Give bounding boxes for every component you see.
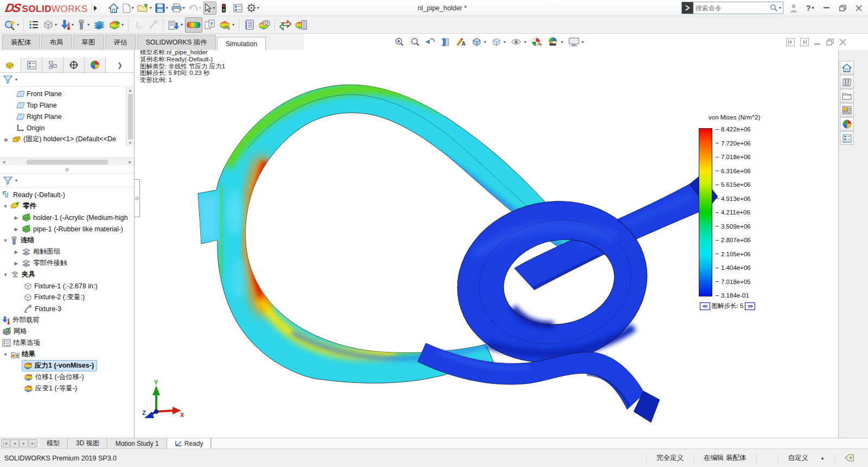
sim-item-fixture3[interactable]: Fixture-3 [0, 303, 134, 314]
search-input[interactable] [693, 4, 770, 12]
loads-advisor-button[interactable]: ▾ [59, 17, 75, 33]
tree-item-holder-component[interactable]: ▶ (固定) holder<1> (Default<<De [0, 134, 134, 145]
run-study-dropdown[interactable]: ▾ [122, 22, 124, 27]
scroll-thumb[interactable] [27, 160, 108, 165]
tree-item-origin[interactable]: Origin [0, 122, 134, 134]
doc-minimize-icon[interactable] [814, 39, 821, 45]
save-dropdown-arrow[interactable]: ▾ [166, 5, 168, 10]
expander-icon[interactable]: ▶ [3, 137, 10, 142]
selected-result-row[interactable]: σ 应力1 (-vonMises-) [22, 360, 97, 371]
annotation-view-button[interactable]: A [455, 36, 467, 48]
save-button[interactable]: ▾ [154, 2, 169, 15]
search-box[interactable]: ▾ [681, 2, 783, 14]
edit-appearance-button[interactable] [531, 36, 544, 48]
expander-icon[interactable]: ▶ [13, 215, 20, 220]
sim-item-contact-sets[interactable]: ▶ 相触面组 [0, 246, 134, 257]
settings-button[interactable]: ▾ [246, 2, 260, 15]
section-view-button[interactable] [439, 36, 451, 48]
help-button[interactable]: ?▾ [804, 3, 816, 14]
first-tab-icon[interactable]: |◄ [1, 439, 10, 447]
taskpane-home-button[interactable] [840, 61, 854, 74]
doc-close-icon[interactable] [839, 39, 846, 46]
feature-tree-vscrollbar[interactable]: ▲▼ [126, 87, 134, 147]
run-study-button[interactable]: ▾ [107, 17, 125, 33]
taskpane-design-library-button[interactable] [840, 75, 854, 89]
new-document-button[interactable]: ▾ [122, 2, 135, 15]
expander-icon[interactable]: ▶ [13, 226, 20, 232]
collapse-icon[interactable]: ▼ [2, 238, 9, 243]
scroll-right-icon[interactable]: ► [128, 160, 132, 165]
apply-material-button[interactable]: ▾ [41, 17, 59, 33]
view-settings-button[interactable]: ▾ [567, 36, 585, 48]
login-button[interactable] [788, 3, 800, 14]
display-style-dropdown[interactable]: ▾ [503, 40, 506, 45]
manage-results-button[interactable] [293, 17, 309, 33]
connections-advisor-dropdown[interactable]: ▾ [87, 22, 90, 27]
collapse-icon[interactable]: ▼ [2, 204, 9, 209]
zoom-fit-button[interactable] [393, 36, 405, 48]
next-tab-icon[interactable]: ► [20, 439, 28, 447]
graphics-viewport[interactable]: 模型名称:nl_pipe_holder 算例名称:Ready(-Default-… [135, 50, 838, 438]
settings-dropdown-arrow[interactable]: ▾ [257, 5, 259, 10]
results-advisor-button[interactable]: ▾ [166, 17, 184, 33]
caret-up-icon[interactable]: ▲ [820, 456, 825, 460]
doc-restore-icon[interactable] [826, 39, 834, 46]
view-settings-dropdown[interactable]: ▾ [582, 40, 584, 45]
home-button[interactable] [107, 2, 120, 15]
sim-group-external-loads[interactable]: 外部载荷 [0, 314, 134, 326]
tree-item-top-plane[interactable]: Top Plane [0, 99, 134, 111]
feature-tabs-expand-button[interactable]: ❯ [106, 58, 134, 72]
report-button[interactable] [242, 17, 256, 33]
taskpane-file-explorer-button[interactable] [840, 89, 854, 103]
step-next-button[interactable]: >> [745, 302, 755, 310]
sim-item-pipe[interactable]: ▶ pipe-1 (-Rubber like material-) [0, 223, 134, 235]
tab-3d-views[interactable]: 3D 视图 [68, 438, 107, 449]
expander-icon[interactable]: ▶ [13, 261, 20, 266]
results-advisor-dropdown[interactable]: ▾ [181, 22, 183, 27]
search-scope-icon[interactable] [682, 2, 693, 14]
taskpane-view-palette-button[interactable] [840, 103, 854, 117]
tab-configuration-manager[interactable] [42, 58, 63, 72]
compare-configurations-button[interactable] [278, 17, 293, 33]
tab-layout[interactable]: 布局 [41, 35, 72, 50]
apply-scene-dropdown[interactable]: ▾ [561, 40, 563, 45]
sim-item-fixture1[interactable]: Fixture-1 (:-2.678 in:) [0, 280, 134, 292]
plot-tools-button[interactable]: ▾ [218, 17, 236, 33]
sim-item-fixture2[interactable]: Fixture-2 (:变量:) [0, 292, 134, 303]
sim-group-parts[interactable]: ▼ 零件 [0, 200, 134, 212]
panel-resize-handle[interactable] [135, 179, 140, 217]
tab-dimxpert-manager[interactable] [63, 58, 85, 72]
pipe-part[interactable] [418, 175, 718, 422]
logo-flyout-button[interactable] [91, 2, 100, 14]
hide-show-items-button[interactable]: ▾ [510, 37, 527, 47]
feature-tree-hscrollbar[interactable]: ◄► [0, 157, 134, 166]
study-properties-button[interactable] [27, 17, 41, 33]
tab-display-manager[interactable] [85, 58, 106, 72]
plot-tools-dropdown[interactable]: ▾ [232, 22, 234, 27]
options-list-button[interactable] [232, 2, 245, 15]
filter-dropdown-arrow[interactable]: ▾ [15, 77, 17, 82]
sim-group-result-options[interactable]: 结果选项 [0, 337, 134, 349]
taskpane-appearances-button[interactable] [840, 117, 854, 131]
help-dropdown-arrow[interactable]: ▾ [812, 5, 814, 10]
collapse-right-icon[interactable] [800, 38, 809, 46]
last-tab-icon[interactable]: ►| [29, 439, 37, 447]
loads-advisor-dropdown[interactable]: ▾ [72, 22, 74, 27]
study-advisor-dropdown[interactable]: ▾ [17, 22, 19, 27]
view-orientation-dropdown[interactable]: ▾ [484, 40, 486, 45]
scroll-up-icon[interactable]: ▲ [128, 88, 132, 93]
collapse-icon[interactable]: ▼ [2, 352, 9, 357]
sim-item-study[interactable]: Ready (-Default-) [0, 189, 134, 200]
study-advisor-button[interactable]: ▾ [2, 17, 21, 33]
scroll-thumb[interactable] [128, 94, 133, 140]
undo-button[interactable]: ▾ [187, 2, 202, 15]
status-custom-toolbar[interactable]: 自定义▲ [778, 453, 834, 464]
tree-item-right-plane[interactable]: Right Plane [0, 111, 134, 122]
sim-item-displacement-plot[interactable]: u 位移1 (-合位移-) [0, 371, 134, 383]
tab-sketch[interactable]: 草图 [73, 35, 104, 50]
step-prev-button[interactable]: << [700, 302, 710, 310]
shell-manager-button[interactable] [92, 17, 107, 33]
tab-evaluate[interactable]: 评估 [105, 35, 136, 50]
taskpane-custom-properties-button[interactable] [840, 131, 854, 145]
tab-assembly[interactable]: 装配体 [2, 35, 40, 50]
